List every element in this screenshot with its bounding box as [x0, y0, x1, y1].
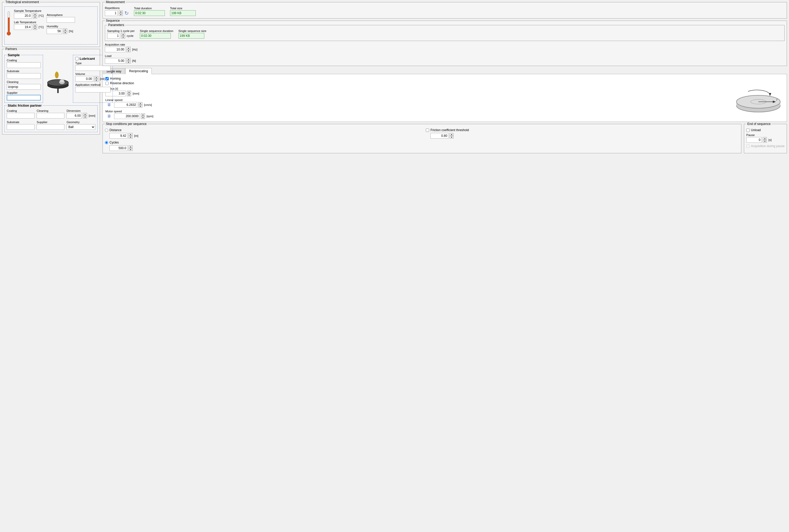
tab-reciprocating[interactable]: Reciprocating	[125, 68, 152, 74]
sampling-up[interactable]: ▲	[121, 33, 125, 36]
sampling-input[interactable]	[107, 33, 120, 39]
disk-diagram-container: r	[733, 77, 784, 119]
linear-speed-input[interactable]	[114, 102, 137, 108]
motor-speed-down[interactable]: ▼	[141, 116, 145, 119]
r-label: r	[776, 98, 778, 101]
thermometer-graphic	[7, 11, 11, 42]
sf-dimension-input[interactable]	[66, 113, 82, 118]
repetitions-up[interactable]: ▲	[119, 10, 123, 13]
motor-speed-spinner[interactable]: ▲ ▼	[141, 113, 145, 119]
friction-threshold-down[interactable]: ▼	[449, 136, 454, 139]
motor-speed-up[interactable]: ▲	[141, 113, 145, 116]
distance-spinner[interactable]: ▲ ▼	[129, 133, 133, 139]
load-spinner[interactable]: ▲ ▼	[127, 58, 131, 64]
linear-speed-down[interactable]: ▼	[138, 105, 142, 108]
sf-supplier-input[interactable]	[37, 124, 64, 130]
sf-geometry-select[interactable]: Ball Pin Flat	[66, 124, 95, 130]
cycles-input[interactable]	[110, 145, 128, 151]
sample-temp-up[interactable]: ▲	[33, 13, 37, 16]
radius-down[interactable]: ▼	[127, 94, 131, 96]
friction-threshold-spinner[interactable]: ▲ ▼	[449, 133, 454, 139]
sf-dimension-up[interactable]: ▲	[83, 113, 87, 116]
linear-speed-spinner[interactable]: ▲ ▼	[138, 102, 142, 108]
repetitions-spinner[interactable]: ▲ ▼	[119, 10, 123, 16]
humidity-input[interactable]	[46, 28, 62, 34]
sf-dimension-label: Dimension	[66, 109, 95, 112]
sample-temp-down[interactable]: ▼	[33, 16, 37, 19]
cycles-spinner[interactable]: ▲ ▼	[129, 145, 133, 151]
stop-left: Distance ▲ ▼ [m]	[105, 128, 418, 151]
radius-spinner[interactable]: ▲ ▼	[127, 91, 131, 96]
pause-down[interactable]: ▼	[763, 140, 767, 143]
linear-speed-unit: [cm/s]	[144, 103, 152, 107]
sample-temp-input[interactable]	[14, 13, 32, 19]
acquisition-rate-up[interactable]: ▲	[127, 46, 131, 50]
measurement-title: Measurement	[105, 0, 126, 4]
sample-supplier-input[interactable]	[7, 95, 41, 100]
lab-temp-spinner[interactable]: ▲ ▼	[33, 24, 37, 30]
total-duration-input	[134, 10, 165, 16]
lab-temp-down[interactable]: ▼	[33, 27, 37, 30]
unload-checkbox[interactable]	[746, 129, 750, 132]
humidity-down[interactable]: ▼	[63, 31, 67, 34]
sampling-spinner[interactable]: ▲ ▼	[121, 33, 125, 39]
repetitions-input[interactable]	[105, 10, 118, 16]
lubricant-volume-spinner[interactable]: ▲ ▼	[94, 76, 98, 82]
distance-radio[interactable]	[105, 129, 108, 132]
distance-input[interactable]	[110, 133, 128, 139]
lab-temp-label: Lab Temperature	[14, 21, 43, 24]
humidity-spinner[interactable]: ▲ ▼	[63, 28, 67, 34]
lab-temp-up[interactable]: ▲	[33, 24, 37, 27]
acquisition-rate-input[interactable]	[105, 46, 126, 52]
sample-cleaning-input[interactable]	[7, 84, 41, 90]
cycles-up[interactable]: ▲	[129, 145, 133, 148]
acquisition-rate-label: Acquisition rate	[105, 43, 785, 46]
friction-threshold-up[interactable]: ▲	[449, 133, 454, 136]
sample-substrate-input[interactable]	[7, 73, 41, 79]
friction-threshold-input[interactable]	[430, 133, 448, 139]
lubricant-volume-down[interactable]: ▼	[94, 79, 98, 82]
cycles-radio[interactable]	[105, 141, 108, 144]
sample-temp-spinner[interactable]: ▲ ▼	[33, 13, 37, 19]
lab-temp-input[interactable]	[14, 24, 32, 30]
motor-speed-row: Motor speed 🖥 ▲ ▼ [rp	[105, 110, 728, 119]
sf-dimension-spinner[interactable]: ▲ ▼	[83, 113, 87, 118]
lubricant-type-input[interactable]	[75, 65, 111, 71]
lubricant-method-input[interactable]	[75, 87, 111, 93]
lubricant-checkbox[interactable]	[75, 57, 79, 60]
pause-up[interactable]: ▲	[763, 137, 767, 140]
linear-speed-up[interactable]: ▲	[138, 102, 142, 105]
atmosphere-input[interactable]	[46, 17, 75, 23]
load-input[interactable]	[105, 58, 126, 64]
load-down[interactable]: ▼	[127, 61, 131, 64]
radius-up[interactable]: ▲	[127, 91, 131, 94]
acquisition-rate-down[interactable]: ▼	[127, 50, 131, 52]
linear-speed-monitor-icon[interactable]: 🖥	[105, 102, 113, 108]
acquisition-rate-spinner[interactable]: ▲ ▼	[127, 46, 131, 52]
sf-cleaning-input[interactable]	[37, 113, 64, 118]
distance-up[interactable]: ▲	[129, 133, 133, 136]
load-up[interactable]: ▲	[127, 58, 131, 61]
humidity-up[interactable]: ▲	[63, 28, 67, 31]
cycles-down[interactable]: ▼	[129, 148, 133, 151]
pause-input[interactable]	[746, 137, 762, 143]
lubricant-volume-input[interactable]	[75, 76, 93, 82]
acquisition-during-pause-checkbox[interactable]	[746, 145, 750, 148]
sf-coating-input[interactable]	[7, 113, 35, 118]
lubricant-volume-up[interactable]: ▲	[94, 76, 98, 79]
sample-temp-unit: [°C]	[39, 14, 43, 17]
sampling-down[interactable]: ▼	[121, 36, 125, 39]
distance-down[interactable]: ▼	[129, 136, 133, 139]
motor-speed-input[interactable]	[114, 113, 140, 119]
sample-coating-input[interactable]	[7, 62, 41, 68]
pause-spinner[interactable]: ▲ ▼	[763, 137, 767, 143]
motor-speed-monitor-icon[interactable]: 🖥	[105, 113, 113, 119]
refresh-icon[interactable]: ↻	[124, 10, 129, 16]
sf-substrate-input[interactable]	[7, 124, 35, 130]
single-size-label: Single sequence size	[178, 30, 207, 33]
motion-section: Single way Reciprocating Homing Reverse …	[102, 68, 787, 122]
acquisition-rate-unit: [Hz]	[132, 48, 137, 51]
repetitions-down[interactable]: ▼	[119, 13, 123, 16]
sf-dimension-down[interactable]: ▼	[83, 116, 87, 118]
friction-threshold-checkbox[interactable]	[426, 129, 429, 132]
